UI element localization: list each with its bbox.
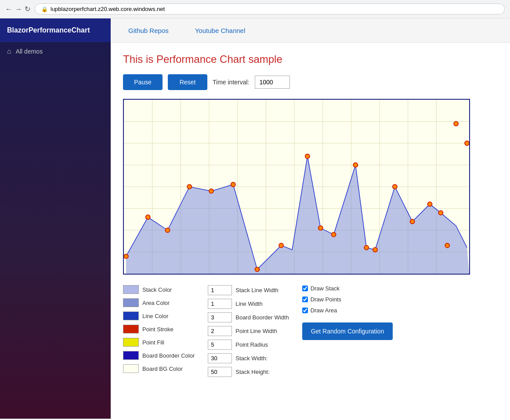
svg-point-35 [410,219,415,224]
top-nav: Github Repos Youtube Channel [111,18,510,43]
svg-point-23 [187,185,192,189]
chart-svg [124,100,469,274]
color-row-point-stroke: Point Stroke [123,325,195,333]
sidebar-item-label: All demos [16,48,43,55]
draw-area-checkbox[interactable] [302,308,308,313]
point-fill-label: Point Fill [142,339,164,346]
forward-button[interactable]: → [15,5,22,13]
time-interval-input[interactable] [255,76,290,89]
sidebar-item-alldemos[interactable]: ⌂ All demos [0,42,111,61]
page-title: This is Performance Chart sample [123,53,498,65]
draw-stack-checkbox[interactable] [302,286,308,291]
stack-line-width-label: Stack Line Width [235,287,279,293]
svg-point-36 [427,202,432,206]
sidebar: BlazorPerformanceChart ⌂ All demos [0,18,111,419]
area-color-label: Area Color [142,300,170,306]
draw-points-checkbox[interactable] [302,297,308,302]
svg-point-38 [454,122,458,126]
checkbox-options: Draw Stack Draw Points Draw Area [302,285,393,314]
draw-area-label: Draw Area [311,307,337,314]
url-text: lupblazorperfchart.z20.web.core.windows.… [51,6,165,12]
controls-row: Pause Reset Time interval: [123,74,498,90]
board-border-width-label: Board Boorder Width [235,314,289,321]
board-border-color-swatch[interactable] [123,351,139,360]
random-config-button[interactable]: Get Random Configuration [302,322,393,340]
config-panel: Stack Color Area Color Line Color Point … [123,285,498,377]
time-interval-label: Time interval: [213,79,250,86]
point-stroke-label: Point Stroke [142,326,174,333]
line-width-input[interactable] [208,299,232,309]
stack-height-input[interactable] [208,367,232,377]
svg-point-24 [209,189,213,193]
stack-color-label: Stack Color [142,286,172,293]
svg-point-28 [305,154,310,159]
browser-chrome: ← → ↻ 🔒 lupblazorperfchart.z20.web.core.… [0,0,510,18]
url-bar[interactable]: 🔒 lupblazorperfchart.z20.web.core.window… [35,4,505,14]
svg-point-40 [445,243,449,248]
stack-line-width-input[interactable] [208,285,232,295]
area-color-swatch[interactable] [123,298,139,307]
line-color-swatch[interactable] [123,311,139,320]
board-bg-color-swatch[interactable] [123,364,139,373]
app-layout: BlazorPerformanceChart ⌂ All demos Githu… [0,18,510,419]
svg-point-39 [465,141,469,145]
draw-stack-label: Draw Stack [311,285,340,292]
point-stroke-swatch[interactable] [123,325,139,333]
sidebar-brand: BlazorPerformanceChart [0,18,111,42]
color-row-board-bg: Board BG Color [123,364,195,373]
youtube-link[interactable]: Youtube Channel [195,27,246,34]
color-row-board-border: Board Boorder Color [123,351,195,360]
svg-point-25 [231,182,235,187]
reset-button[interactable]: Reset [168,74,207,90]
github-link[interactable]: Github Repos [128,27,169,34]
point-line-width-label: Point Line Width [235,328,277,334]
board-bg-color-label: Board BG Color [142,366,183,372]
draw-points-label: Draw Points [311,296,341,303]
browser-nav[interactable]: ← → ↻ [5,5,30,13]
back-button[interactable]: ← [5,5,12,13]
numeric-row-board-border-width: Board Boorder Width [208,312,289,322]
board-border-color-label: Board Boorder Color [142,352,195,359]
numeric-row-point-line-width: Point Line Width [208,326,289,336]
svg-point-31 [353,163,358,167]
checkbox-row-draw-stack: Draw Stack [302,285,393,292]
checkbox-and-random: Draw Stack Draw Points Draw Area Get Ran… [302,285,393,340]
point-line-width-input[interactable] [208,326,232,336]
point-radius-label: Point Radius [235,341,268,348]
point-fill-swatch[interactable] [123,338,139,347]
svg-point-32 [364,246,369,250]
color-row-point-fill: Point Fill [123,338,195,347]
home-icon: ⌂ [7,47,11,55]
svg-point-26 [255,267,259,272]
chart-container [123,99,470,275]
svg-point-21 [146,215,150,219]
stack-color-swatch[interactable] [123,285,139,294]
line-color-label: Line Color [142,313,168,319]
stack-width-label: Stack Width: [235,355,268,362]
svg-point-37 [438,210,443,215]
numeric-row-line-width: Line Width [208,299,289,309]
content-area: Github Repos Youtube Channel This is Per… [111,18,510,419]
point-radius-input[interactable] [208,340,232,350]
color-options: Stack Color Area Color Line Color Point … [123,285,195,373]
stack-height-label: Stack Height: [235,369,269,375]
stack-width-input[interactable] [208,353,232,363]
numeric-row-point-radius: Point Radius [208,340,289,350]
lock-icon: 🔒 [41,6,48,12]
numeric-row-stack-width: Stack Width: [208,353,289,363]
color-row-line: Line Color [123,311,195,320]
line-width-label: Line Width [235,301,262,307]
svg-point-27 [279,243,283,248]
numeric-row-stack-line-width: Stack Line Width [208,285,289,295]
numeric-row-stack-height: Stack Height: [208,367,289,377]
main-content: This is Performance Chart sample Pause R… [111,43,510,419]
svg-point-33 [373,248,377,252]
color-row-area: Area Color [123,298,195,307]
svg-point-34 [393,185,397,189]
reload-button[interactable]: ↻ [25,5,30,13]
svg-point-20 [124,254,128,258]
svg-point-22 [166,228,170,232]
pause-button[interactable]: Pause [123,74,163,90]
numeric-options: Stack Line Width Line Width Board Boorde… [208,285,289,377]
board-border-width-input[interactable] [208,312,232,322]
